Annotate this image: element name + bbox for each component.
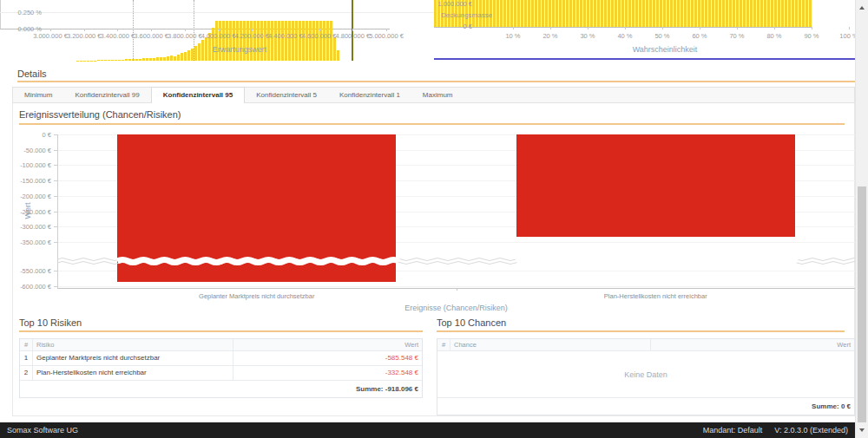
- scroll-up-button[interactable]: [856, 1, 868, 15]
- y-tick-label: -50.000 €: [19, 147, 51, 154]
- risk-row[interactable]: 2Plan-Herstellkosten nicht erreichbar-33…: [20, 365, 422, 380]
- arrow-up-icon: [859, 6, 865, 10]
- x-tick-mark: [386, 29, 387, 31]
- histogram-bar: [309, 21, 312, 61]
- histogram-bar: [326, 21, 329, 61]
- risks-sum-row: Summe: -918.096 €: [20, 380, 422, 397]
- top-chances-table: # Chance Wert Keine Daten Summe: 0 €: [437, 338, 855, 415]
- expected-value-axis-title: Erwartungswert: [45, 45, 434, 54]
- event-distribution-underline: [19, 123, 845, 125]
- deckungsmasse-line: [434, 58, 855, 60]
- histogram-bar: [267, 21, 270, 61]
- top-risks-heading: Top 10 Risiken: [19, 317, 82, 328]
- x-tick-mark: [625, 27, 626, 29]
- histogram-bar: [163, 57, 166, 61]
- risk-row[interactable]: 1Geplanter Marktpreis nicht durchsetzbar…: [20, 350, 422, 365]
- histogram-bar: [125, 59, 128, 61]
- histogram-bar: [160, 57, 162, 61]
- y-tick-label: -100.000 €: [19, 161, 51, 169]
- tab-maximum[interactable]: Maximum: [411, 88, 464, 102]
- tab-konfidenzintervall-99[interactable]: Konfidenzintervall 99: [63, 88, 150, 102]
- x-tick-mark: [700, 27, 700, 29]
- x-tick-label: 40 %: [608, 32, 642, 40]
- histogram-bar: [153, 58, 155, 61]
- x-tick-mark: [219, 29, 220, 31]
- company-label: Somax Software UG: [7, 422, 78, 438]
- top-risks-section: Top 10 Risiken # Risiko Wert 1Geplanter …: [19, 317, 423, 397]
- histogram-bar: [122, 60, 124, 61]
- histogram-bar: [97, 60, 100, 61]
- x-tick-mark: [286, 29, 286, 31]
- tab-minimum[interactable]: Minimum: [13, 88, 63, 102]
- x-tick-mark: [117, 29, 118, 31]
- histogram-bar: [236, 21, 239, 61]
- histogram-bar: [250, 21, 253, 61]
- x-tick-mark: [151, 29, 152, 31]
- details-underline: [17, 81, 855, 82]
- top-chances-section: Top 10 Chancen # Chance Wert Keine Daten…: [437, 317, 855, 415]
- tab-konfidenzintervall-1[interactable]: Konfidenzintervall 1: [328, 88, 411, 102]
- x-tick-label: 5.000.000 €: [362, 32, 411, 40]
- col-header-num: #: [437, 339, 450, 350]
- histogram-bar: [181, 53, 183, 61]
- risk-row-num: 2: [20, 366, 33, 380]
- x-tick-mark: [50, 29, 51, 31]
- histogram-bar: [128, 59, 131, 61]
- vertical-scrollbar[interactable]: [855, 0, 868, 438]
- x-tick-label: 70 %: [720, 32, 754, 40]
- risk-row-value: -332.548 €: [233, 366, 422, 380]
- tab-konfidenzintervall-95[interactable]: Konfidenzintervall 95: [151, 87, 245, 104]
- histogram-bar: [330, 21, 332, 61]
- tab-konfidenzintervall-5[interactable]: Konfidenzintervall 5: [245, 88, 328, 102]
- details-heading: Details: [17, 69, 47, 79]
- mandant-label: Mandant: Default: [703, 426, 763, 435]
- status-bar: Somax Software UG Mandant: DefaultV: 2.0…: [0, 422, 855, 438]
- scrollbar-thumb[interactable]: [858, 186, 866, 422]
- histogram-bar: [111, 60, 114, 61]
- x-tick-label: 80 %: [757, 32, 792, 40]
- no-data-message: Keine Daten: [437, 350, 854, 397]
- grid-line: [0, 12, 434, 13]
- x-tick-label: 10 %: [496, 32, 530, 40]
- category-label: Geplanter Marktpreis nicht durchsetzbar: [127, 292, 387, 300]
- histogram-bar: [316, 21, 319, 61]
- series-label: Deckungsmasse: [441, 11, 492, 19]
- arrow-down-icon: [859, 428, 865, 432]
- histogram-bar: [243, 21, 246, 61]
- expected-value-chart: Erwartungswert 3.000.000 €3.200.000 €3.4…: [0, 0, 434, 61]
- risk-row-name: Plan-Herstellkosten nicht erreichbar: [33, 366, 233, 380]
- histogram-bar: [274, 21, 277, 61]
- scroll-down-button[interactable]: [856, 423, 868, 437]
- col-header-value: Wert: [651, 339, 854, 350]
- histogram-bar: [271, 21, 273, 61]
- y-tick-label: 0.250 %: [0, 9, 42, 16]
- x-tick-mark: [319, 29, 320, 31]
- x-tick-label: 60 %: [682, 32, 717, 40]
- x-tick-mark: [352, 29, 353, 31]
- histogram-bar: [319, 21, 322, 61]
- expected-value-plot: [0, 0, 390, 29]
- version-label: V: 2.0.3.0 (Extended): [774, 426, 848, 435]
- col-header-num: #: [20, 339, 33, 350]
- x-tick-mark: [849, 27, 850, 29]
- tab-bar: MinimumKonfidenzintervall 99Konfidenzint…: [12, 87, 855, 103]
- histogram-bar: [222, 21, 225, 61]
- x-tick-label: 90 %: [794, 32, 829, 40]
- histogram-bar: [215, 21, 218, 61]
- histogram-bar: [299, 21, 301, 61]
- histogram-bar: [115, 60, 117, 61]
- histogram-bar: [295, 21, 298, 61]
- col-header-value: Wert: [233, 339, 422, 350]
- y-tick-label: -600.000 €: [19, 283, 51, 291]
- event-distribution-heading: Ereignissverteilung (Chancen/Risiken): [19, 109, 181, 120]
- histogram-bar: [257, 21, 260, 61]
- y-tick-label: -550.000 €: [19, 267, 51, 275]
- y-tick-label: 1.000.000 €: [434, 0, 472, 8]
- y-tick-label: 0.000 %: [0, 25, 42, 33]
- histogram-bar: [240, 21, 242, 61]
- x-tick-mark: [457, 288, 457, 291]
- histogram-bar: [306, 21, 308, 61]
- axis-break-wave: [57, 134, 855, 288]
- risk-row-value: -585.548 €: [233, 351, 422, 365]
- table-header-row: # Risiko Wert: [20, 339, 422, 350]
